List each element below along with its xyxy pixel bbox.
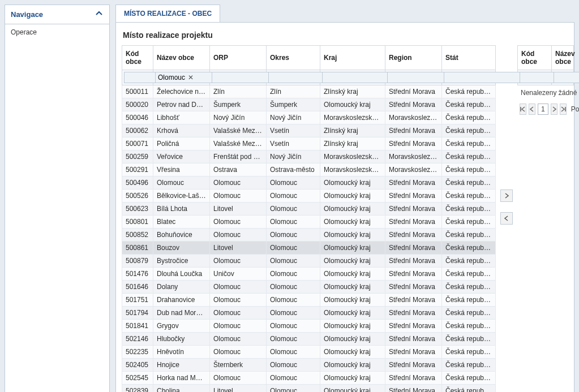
table-cell: Olomouc xyxy=(267,346,320,359)
table-cell: Olomoucký kraj xyxy=(320,359,385,372)
table-cell: Dub nad Moravou xyxy=(153,307,210,320)
table-row[interactable]: 501646DolanyOlomoucOlomoucOlomoucký kraj… xyxy=(122,281,496,294)
table-cell: Olomouc xyxy=(210,255,267,268)
table-cell: Střední Morava xyxy=(385,85,442,98)
table-cell: Střední Morava xyxy=(385,268,442,281)
table-cell: 502235 xyxy=(122,346,153,359)
table-cell: Uničov xyxy=(210,268,267,281)
table-row[interactable]: 501476Dlouhá LoučkaUničovOlomoucOlomouck… xyxy=(122,268,496,281)
nav-item-operace[interactable]: Operace xyxy=(5,24,109,40)
table-row[interactable]: 502839CholinaLitovelOlomoucOlomoucký kra… xyxy=(122,385,496,393)
table-cell: Střední Morava xyxy=(385,242,442,255)
col-header[interactable]: ORP xyxy=(210,46,267,70)
empty-message: Nenalezeny žádné záznamy k zobraz xyxy=(517,85,574,100)
table-row[interactable]: 500020Petrov nad DesnouŠumperkŠumperkOlo… xyxy=(122,98,496,111)
table-cell: Drahanovice xyxy=(153,294,210,307)
col-header[interactable]: Okres xyxy=(267,46,320,70)
table-row[interactable]: 500259VeřoviceFrenštát pod Rad...Nový Ji… xyxy=(122,150,496,163)
table-cell: Střední Morava xyxy=(385,203,442,216)
table-row[interactable]: 500071PoličnáValašské MeziříčíVsetínZlín… xyxy=(122,137,496,150)
move-left-button[interactable] xyxy=(500,212,513,225)
col-header[interactable]: Název obce xyxy=(552,46,574,70)
table-row[interactable]: 500801BlatecOlomoucOlomoucOlomoucký kraj… xyxy=(122,216,496,229)
table-cell: Olomoucký kraj xyxy=(320,294,385,307)
col-header[interactable]: Název obce xyxy=(153,46,210,70)
table-cell: Litovel xyxy=(210,203,267,216)
col-header[interactable]: Stát xyxy=(442,46,496,70)
move-right-button[interactable] xyxy=(500,189,513,202)
table-cell: 501794 xyxy=(122,307,153,320)
table-cell: Zlínský kraj xyxy=(320,137,385,150)
table-cell: Česká republika xyxy=(442,111,496,124)
table-cell: Cholina xyxy=(153,385,210,393)
col-header[interactable]: Region xyxy=(385,46,442,70)
pager-right-page-1[interactable]: 1 xyxy=(538,104,548,115)
table-cell: Litovel xyxy=(210,242,267,255)
clear-filter-icon[interactable]: ✕ xyxy=(187,74,195,81)
filter-input[interactable] xyxy=(554,72,579,83)
table-cell: Olomouc xyxy=(267,268,320,281)
table-cell: Střední Morava xyxy=(385,255,442,268)
nav-panel: Navigace Operace xyxy=(5,5,110,392)
table-cell: Olomoucký kraj xyxy=(320,229,385,242)
table-cell: Olomoucký kraj xyxy=(320,281,385,294)
table-cell: Česká republika xyxy=(442,85,496,98)
table-cell: Střední Morava xyxy=(385,307,442,320)
table-cell: Česká republika xyxy=(442,372,496,385)
table-cell: Česká republika xyxy=(442,176,496,189)
table-row[interactable]: 502545Horka nad Morav...OlomoucOlomoucOl… xyxy=(122,372,496,385)
table-row[interactable]: 501794Dub nad MoravouOlomoucOlomoucOlomo… xyxy=(122,307,496,320)
table-row[interactable]: 500046LibhošťNový JičínNový JičínMoravsk… xyxy=(122,111,496,124)
table-row[interactable]: 500861BouzovLitovelOlomoucOlomoucký kraj… xyxy=(122,242,496,255)
tab-misto-realizace[interactable]: MÍSTO REALIZACE - OBEC xyxy=(115,5,220,22)
table-row[interactable]: 500526Bělkovice-LašťanyOlomoucOlomoucOlo… xyxy=(122,189,496,203)
table-cell: Valašské Meziříčí xyxy=(210,124,267,137)
table-cell: Olomouc xyxy=(210,176,267,189)
table-cell: Bystročice xyxy=(153,255,210,268)
table-row[interactable]: 500062KrhováValašské MeziříčíVsetínZlíns… xyxy=(122,124,496,137)
col-header[interactable]: Kód obce xyxy=(122,46,153,70)
table-cell: Zlínský kraj xyxy=(320,85,385,98)
table-row[interactable]: 502405HnojiceŠternberkOlomoucOlomoucký k… xyxy=(122,359,496,372)
table-cell: 500011 xyxy=(122,85,153,98)
col-header[interactable]: Kraj xyxy=(320,46,385,70)
table-cell: Střední Morava xyxy=(385,385,442,393)
pager-right-last-button[interactable] xyxy=(560,104,567,115)
table-cell: 501476 xyxy=(122,268,153,281)
table-cell: Česká republika xyxy=(442,189,496,203)
table-cell: 500861 xyxy=(122,242,153,255)
table-cell: Dlouhá Loučka xyxy=(153,268,210,281)
table-cell: Olomouc xyxy=(267,229,320,242)
table-cell: Olomouc xyxy=(267,333,320,346)
table-cell: Střední Morava xyxy=(385,281,442,294)
table-row[interactable]: 500879BystročiceOlomoucOlomoucOlomoucký … xyxy=(122,255,496,268)
table-cell: Želechovice nad... xyxy=(153,85,210,98)
table-cell: Nový Jičín xyxy=(210,111,267,124)
table-row[interactable]: 501751DrahanoviceOlomoucOlomoucOlomoucký… xyxy=(122,294,496,307)
pager-right-first-button[interactable] xyxy=(520,104,526,115)
pager-right-next-button[interactable] xyxy=(551,104,557,115)
table-row[interactable]: 500623Bílá LhotaLitovelOlomoucOlomoucký … xyxy=(122,203,496,216)
table-cell: Olomouc xyxy=(210,229,267,242)
pager-right-prev-button[interactable] xyxy=(529,104,535,115)
table-cell: Střední Morava xyxy=(385,137,442,150)
table-cell: Střední Morava xyxy=(385,176,442,189)
table-row[interactable]: 501841GrygovOlomoucOlomoucOlomoucký kraj… xyxy=(122,320,496,333)
table-cell: Česká republika xyxy=(442,137,496,150)
table-row[interactable]: 500852BohuňoviceOlomoucOlomoucOlomoucký … xyxy=(122,229,496,242)
table-cell: Šumperk xyxy=(267,98,320,111)
table-row[interactable]: 500291VřesinaOstravaOstrava-městoMoravsk… xyxy=(122,163,496,176)
table-cell: Olomoucký kraj xyxy=(320,385,385,393)
table-cell: Olomoucký kraj xyxy=(320,242,385,255)
table-cell: Olomouc xyxy=(267,203,320,216)
table-row[interactable]: 500011Želechovice nad...ZlínZlínZlínský … xyxy=(122,85,496,98)
table-cell: Česká republika xyxy=(442,281,496,294)
table-cell: Nový Jičín xyxy=(267,111,320,124)
table-row[interactable]: 502235HněvotínOlomoucOlomoucOlomoucký kr… xyxy=(122,346,496,359)
table-row[interactable]: 500496OlomoucOlomoucOlomoucOlomoucký kra… xyxy=(122,176,496,189)
nav-header[interactable]: Navigace xyxy=(5,5,109,24)
table-cell: 501841 xyxy=(122,320,153,333)
table-cell: Šternberk xyxy=(210,359,267,372)
table-row[interactable]: 502146HlubočkyOlomoucOlomoucOlomoucký kr… xyxy=(122,333,496,346)
col-header[interactable]: Kód obce xyxy=(518,46,552,70)
